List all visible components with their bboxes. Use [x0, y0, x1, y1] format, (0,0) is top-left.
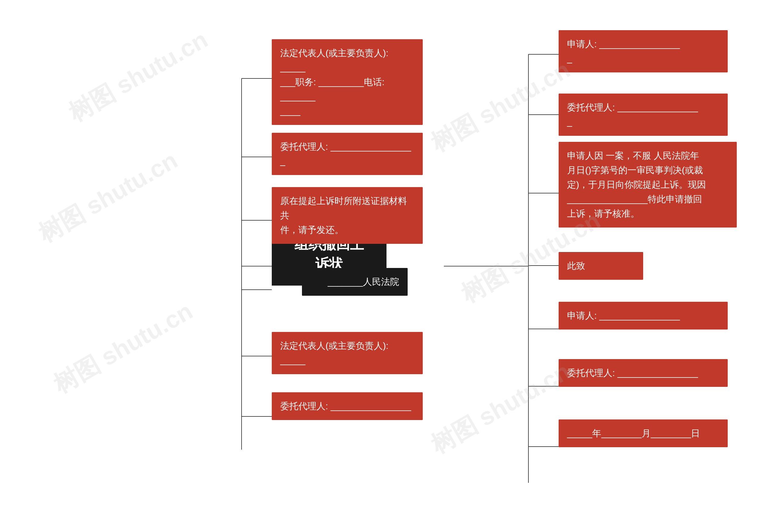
right-node-R7: _____年________月________日: [559, 419, 728, 447]
right-node-R1: 申请人: ________________ _: [559, 30, 728, 72]
right-node-R3: 申请人因 一案，不服 人民法院年 月日()字第号的一审民事判决(或裁 定)，于月…: [559, 142, 737, 228]
right-node-R6: 委托代理人: ________________: [559, 359, 728, 387]
left-node-L1: 法定代表人(或主要负责人): _____ ___职务: _________电话:…: [272, 39, 423, 125]
left-node-L4: _______人民法院: [302, 268, 408, 296]
left-node-L5: 法定代表人(或主要负责人): _____: [272, 332, 423, 374]
left-node-L3: 原在提起上诉时所附送证据材料共 件，请予发还。: [272, 187, 423, 244]
left-node-L2: 委托代理人: ________________ _: [272, 133, 423, 175]
left-node-L6: 委托代理人: ________________: [272, 392, 423, 420]
right-node-R5: 申请人: ________________: [559, 302, 728, 330]
right-node-R2: 委托代理人: ________________ _: [559, 94, 728, 136]
right-node-R4: 此致: [559, 252, 643, 280]
